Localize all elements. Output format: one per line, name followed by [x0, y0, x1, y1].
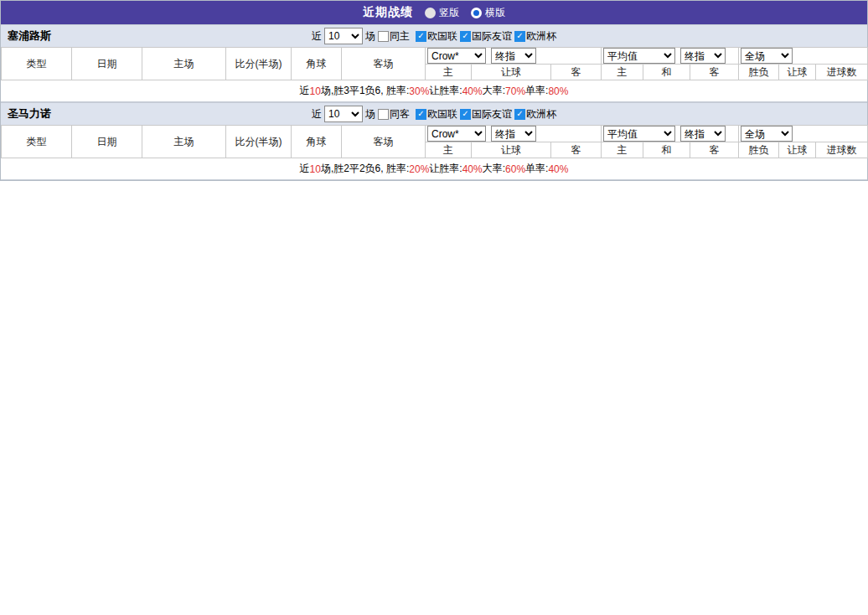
- checkbox-label: 国际友谊: [472, 107, 512, 121]
- col-header-avg-away: 客: [690, 142, 739, 158]
- summary-text-segment: 10: [310, 85, 321, 97]
- col-header-result-handicap: 让球: [779, 142, 816, 158]
- odds-group-header: Crow*终指: [426, 48, 602, 65]
- checkbox-unchecked-icon: [378, 109, 389, 120]
- summary-text-segment: 场,胜3平1负6, 胜率:: [321, 84, 409, 98]
- odds-group-header: Crow*终指: [426, 126, 602, 142]
- summary-text-segment: 40%: [462, 85, 483, 97]
- near-label: 近: [312, 29, 322, 44]
- table-header: 类型 日期 主场 比分(半场) 角球 客场 Crow*终指 平均值终指 全场: [2, 126, 868, 158]
- team-name: 圣马力诺: [8, 106, 51, 121]
- section-summary: 近10场,胜2平2负6, 胜率:20% 让胜率:40% 大率:60% 单率:40…: [1, 158, 867, 180]
- summary-text-segment: 场,胜2平2负6, 胜率:: [321, 162, 409, 176]
- radio-dot-icon: [473, 10, 479, 16]
- summary-text-segment: 20%: [409, 163, 429, 175]
- fullmatch-group-header: 全场: [739, 48, 868, 65]
- section-header: 圣马力诺 近 10 场 同客 ✓ 欧国联 ✓ 国际友谊 ✓: [1, 102, 867, 125]
- summary-text-segment: 单率:: [525, 162, 548, 176]
- bookmaker-select[interactable]: Crow*: [427, 48, 486, 64]
- recent-count-select[interactable]: 10: [324, 28, 363, 44]
- col-header-corner: 角球: [292, 126, 342, 158]
- league-filter-uefa-nations[interactable]: ✓ 欧国联: [416, 107, 457, 121]
- col-header-score: 比分(半场): [226, 126, 292, 158]
- same-venue-checkbox[interactable]: 同主: [378, 29, 410, 44]
- col-header-result-wdl: 胜负: [739, 65, 779, 80]
- col-header-result-goals: 进球数: [816, 65, 868, 80]
- full-match-select[interactable]: 全场: [741, 48, 793, 64]
- section-header: 塞浦路斯 近 10 场 同主 ✓ 欧国联 ✓ 国际友谊 ✓: [1, 24, 867, 47]
- col-header-odds-away: 客: [551, 65, 602, 80]
- summary-text-segment: 单率:: [525, 84, 548, 98]
- checkbox-label: 欧洲杯: [526, 29, 556, 44]
- checkbox-checked-icon: ✓: [416, 31, 426, 42]
- col-header-score: 比分(半场): [226, 48, 292, 80]
- col-header-odds-handicap: 让球: [472, 142, 551, 158]
- col-header-odds-home: 主: [426, 65, 472, 80]
- checkbox-checked-icon: ✓: [514, 31, 525, 42]
- radio-unchecked-icon: [425, 8, 436, 18]
- recent-count-select[interactable]: 10: [324, 106, 363, 122]
- team-section-san-marino: 圣马力诺 近 10 场 同客 ✓ 欧国联 ✓ 国际友谊 ✓: [1, 102, 867, 180]
- col-header-avg-home: 主: [602, 142, 643, 158]
- checkbox-unchecked-icon: [378, 31, 389, 42]
- matches-table: 类型 日期 主场 比分(半场) 角球 客场 Crow*终指 平均值终指 全场: [1, 47, 868, 80]
- title-bar: 近期战绩 竖版 横版: [1, 1, 867, 24]
- summary-text-segment: 让胜率:: [429, 84, 462, 98]
- col-header-avg-draw: 和: [643, 142, 690, 158]
- col-header-home: 主场: [142, 48, 226, 80]
- near-label: 近: [312, 107, 322, 121]
- col-header-avg-away: 客: [690, 65, 739, 80]
- checkbox-label: 欧洲杯: [526, 107, 556, 121]
- final-odds-select[interactable]: 终指: [491, 126, 536, 142]
- view-option-horizontal[interactable]: 横版: [471, 6, 505, 20]
- games-label: 场: [365, 29, 375, 44]
- summary-text-segment: 40%: [462, 163, 483, 175]
- final-odds-select[interactable]: 终指: [491, 48, 536, 64]
- col-header-result-handicap: 让球: [779, 65, 816, 80]
- same-venue-checkbox[interactable]: 同客: [378, 107, 410, 121]
- league-filter-uefa-nations[interactable]: ✓ 欧国联: [416, 29, 457, 44]
- league-filter-friendly[interactable]: ✓ 国际友谊: [460, 29, 512, 44]
- checkbox-checked-icon: ✓: [514, 109, 525, 120]
- col-header-avg-draw: 和: [643, 65, 690, 80]
- col-header-away: 客场: [342, 126, 426, 158]
- col-header-odds-handicap: 让球: [472, 65, 551, 80]
- league-filter-euro[interactable]: ✓ 欧洲杯: [514, 107, 556, 121]
- games-label: 场: [365, 107, 375, 121]
- col-header-away: 客场: [342, 48, 426, 80]
- summary-text-segment: 40%: [548, 163, 568, 175]
- col-header-odds-home: 主: [426, 142, 472, 158]
- league-filter-friendly[interactable]: ✓ 国际友谊: [460, 107, 512, 121]
- league-filter-euro[interactable]: ✓ 欧洲杯: [514, 29, 556, 44]
- summary-text-segment: 大率:: [483, 84, 505, 98]
- summary-text-segment: 70%: [505, 85, 525, 97]
- final-odds-select[interactable]: 终指: [680, 126, 726, 142]
- matches-table: 类型 日期 主场 比分(半场) 角球 客场 Crow*终指 平均值终指 全场: [1, 125, 868, 158]
- final-odds-select[interactable]: 终指: [680, 48, 726, 64]
- bookmaker-select[interactable]: Crow*: [427, 126, 486, 142]
- summary-text-segment: 近: [300, 84, 310, 98]
- col-header-date: 日期: [72, 48, 142, 80]
- summary-text-segment: 60%: [505, 163, 525, 175]
- col-header-home: 主场: [142, 126, 226, 158]
- summary-text-segment: 大率:: [483, 162, 505, 176]
- radio-label: 横版: [485, 6, 505, 20]
- radio-checked-icon: [471, 8, 482, 18]
- checkbox-checked-icon: ✓: [460, 109, 471, 120]
- average-select[interactable]: 平均值: [603, 48, 675, 64]
- col-header-result-goals: 进球数: [816, 142, 868, 158]
- average-group-header: 平均值终指: [602, 126, 739, 142]
- col-header-avg-home: 主: [602, 65, 643, 80]
- col-header-type: 类型: [2, 126, 72, 158]
- checkbox-checked-icon: ✓: [416, 109, 426, 120]
- full-match-select[interactable]: 全场: [741, 126, 793, 142]
- checkbox-label: 欧国联: [427, 29, 457, 44]
- summary-text-segment: 80%: [548, 85, 568, 97]
- view-option-vertical[interactable]: 竖版: [425, 6, 459, 20]
- col-header-result-wdl: 胜负: [739, 142, 779, 158]
- section-summary: 近10场,胜3平1负6, 胜率:30% 让胜率:40% 大率:70% 单率:80…: [1, 80, 867, 102]
- average-select[interactable]: 平均值: [603, 126, 675, 142]
- radio-label: 竖版: [439, 6, 459, 20]
- team-name: 塞浦路斯: [8, 28, 51, 44]
- summary-text-segment: 30%: [409, 85, 429, 97]
